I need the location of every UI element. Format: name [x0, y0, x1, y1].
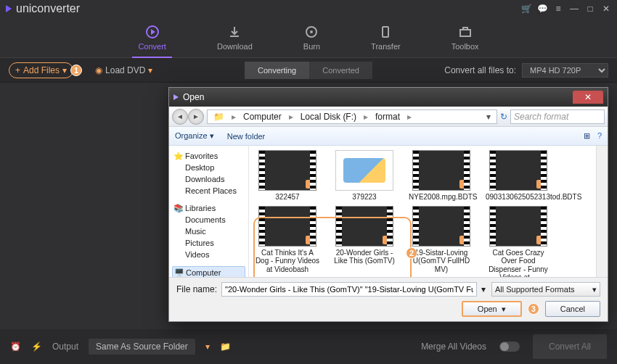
bolt-icon[interactable]: ⚡ — [31, 342, 42, 352]
menu-icon[interactable]: ≡ — [553, 4, 563, 14]
nav-back-button[interactable]: ◄ — [172, 109, 188, 125]
chevron-down-icon[interactable]: ▾ — [483, 112, 494, 122]
file-item[interactable]: 322457 — [255, 150, 320, 202]
tab-label: Toolbox — [451, 42, 479, 51]
transfer-icon — [378, 25, 393, 39]
chevron-down-icon: ▾ — [62, 65, 67, 75]
cancel-button[interactable]: Cancel — [545, 301, 600, 317]
file-item[interactable]: Cat Goes Crazy Over Food Dispenser - Fun… — [486, 206, 551, 278]
file-item[interactable]: Cat Thinks It's A Dog - Funny Videos at … — [255, 206, 320, 278]
refresh-icon[interactable]: ↻ — [500, 112, 507, 122]
tab-transfer[interactable]: Transfer — [371, 17, 401, 57]
clock-icon[interactable]: ⏰ — [10, 342, 21, 352]
sidebar-item-music[interactable]: Music — [172, 226, 245, 237]
toolbox-icon — [458, 25, 473, 39]
dialog-titlebar: Open ✕ — [169, 88, 608, 107]
filename-input[interactable] — [221, 282, 477, 297]
dialog-icon — [173, 94, 179, 100]
sidebar-item-downloads[interactable]: Downloads — [172, 173, 245, 185]
annotation-1: 1 — [70, 65, 82, 76]
cart-icon[interactable]: 🛒 — [521, 4, 531, 14]
library-icon: 📚 — [173, 204, 182, 212]
svg-rect-4 — [383, 27, 388, 37]
dialog-sidebar: ⭐Favorites Desktop Downloads Recent Plac… — [169, 146, 249, 277]
chat-icon[interactable]: 💬 — [537, 4, 547, 14]
svg-marker-1 — [151, 29, 155, 35]
nav-forward-button[interactable]: ► — [188, 109, 204, 125]
sidebar-item-videos[interactable]: Videos — [172, 249, 245, 260]
format-filter-select[interactable]: All Supported Formats▾ — [491, 282, 600, 297]
organize-menu[interactable]: Organize ▾ — [175, 131, 214, 141]
add-files-button[interactable]: + Add Files ▾ — [9, 62, 73, 78]
folder-icon[interactable]: 📁 — [220, 342, 231, 352]
seg-converted[interactable]: Converted — [309, 62, 372, 79]
crumb-item[interactable]: Computer — [240, 112, 285, 122]
download-icon — [227, 25, 242, 39]
file-item[interactable]: 379223 — [332, 150, 397, 202]
minimize-icon[interactable]: — — [569, 4, 579, 14]
merge-toggle[interactable] — [499, 342, 520, 352]
new-folder-button[interactable]: New folder — [227, 132, 266, 141]
convert-all-button[interactable]: Convert All — [533, 334, 607, 359]
bottombar: ⏰ ⚡ Output Same As Source Folder ▾ 📁 Mer… — [0, 329, 617, 364]
tab-convert[interactable]: Convert — [138, 17, 166, 57]
search-input[interactable]: Search format — [510, 109, 605, 124]
open-file-dialog: Open ✕ ◄ ► 📁 ▸ Computer▸ Local Disk (F:)… — [168, 87, 608, 322]
folder-icon: 📁 — [211, 112, 227, 122]
file-item[interactable]: NYE2008.mpg.BDTS — [409, 150, 474, 202]
sidebar-item-recent[interactable]: Recent Places — [172, 185, 245, 197]
dialog-footer: File name: ▾ All Supported Formats▾ Open… — [169, 277, 608, 321]
load-dvd-label: Load DVD — [105, 65, 145, 75]
convert-icon — [145, 25, 160, 39]
maximize-icon[interactable]: □ — [585, 4, 595, 14]
dialog-close-button[interactable]: ✕ — [573, 91, 603, 104]
output-path[interactable]: Same As Source Folder — [89, 339, 195, 355]
add-files-label: Add Files — [23, 65, 60, 75]
annotation-3: 3 — [528, 303, 539, 315]
seg-converting[interactable]: Converting — [245, 62, 309, 79]
close-icon[interactable]: ✕ — [601, 4, 611, 14]
file-list[interactable]: 322457 379223 NYE2008.mpg.BDTS 090313062… — [249, 146, 608, 277]
breadcrumb[interactable]: 📁 ▸ Computer▸ Local Disk (F:)▸ format▸ ▾ — [207, 109, 497, 124]
dialog-title: Open — [183, 92, 204, 102]
chevron-down-icon: ▾ — [148, 65, 152, 75]
crumb-item[interactable]: Local Disk (F:) — [298, 112, 359, 122]
file-item[interactable]: 19-Sistar-Loving U(GomTV FullHD MV) — [409, 206, 474, 278]
disc-icon: ◉ — [95, 65, 102, 75]
file-item[interactable]: 20-Wonder Girls - Like This (GomTV) — [332, 206, 397, 278]
dialog-nav: ◄ ► 📁 ▸ Computer▸ Local Disk (F:)▸ forma… — [169, 107, 608, 127]
tab-label: Download — [217, 42, 253, 51]
output-format-select[interactable]: MP4 HD 720P — [522, 63, 608, 78]
crumb-item[interactable]: format — [372, 112, 403, 122]
open-button[interactable]: Open ▾ — [462, 301, 522, 317]
output-label: Output — [52, 342, 78, 352]
svg-rect-6 — [463, 28, 467, 30]
merge-label: Merge All Videos — [421, 342, 486, 352]
help-icon[interactable]: ? — [597, 131, 602, 141]
star-icon: ⭐ — [173, 152, 182, 160]
chevron-down-icon[interactable]: ▾ — [205, 342, 210, 352]
chevron-down-icon[interactable]: ▾ — [481, 284, 486, 294]
sidebar-libraries[interactable]: Libraries — [185, 204, 216, 212]
sidebar-favorites[interactable]: Favorites — [185, 152, 218, 160]
sidebar-item-pictures[interactable]: Pictures — [172, 237, 245, 249]
load-dvd-button[interactable]: ◉ Load DVD ▾ — [95, 65, 152, 75]
tab-label: Burn — [303, 42, 320, 51]
app-name: uniconverter — [16, 2, 80, 15]
tab-toolbox[interactable]: Toolbox — [451, 17, 479, 57]
scrollbar[interactable] — [596, 146, 608, 277]
sidebar-item-documents[interactable]: Documents — [172, 214, 245, 226]
toolbar: + Add Files ▾ 1 ◉ Load DVD ▾ Converting … — [0, 58, 617, 83]
dialog-toolbar: Organize ▾ New folder ⊞ ? — [169, 127, 608, 146]
search-placeholder: Search format — [514, 112, 568, 122]
views-icon[interactable]: ⊞ — [584, 131, 590, 141]
tab-download[interactable]: Download — [217, 17, 253, 57]
tab-burn[interactable]: Burn — [303, 17, 320, 57]
sidebar-item-computer[interactable]: 🖥️Computer — [172, 266, 245, 277]
filename-label: File name: — [176, 284, 217, 294]
app-logo-icon — [6, 5, 12, 12]
sidebar-item-desktop[interactable]: Desktop — [172, 162, 245, 173]
svg-rect-5 — [460, 30, 470, 36]
plus-icon: + — [15, 65, 20, 75]
file-item[interactable]: 0903130625052313tod.BDTS — [486, 150, 551, 202]
